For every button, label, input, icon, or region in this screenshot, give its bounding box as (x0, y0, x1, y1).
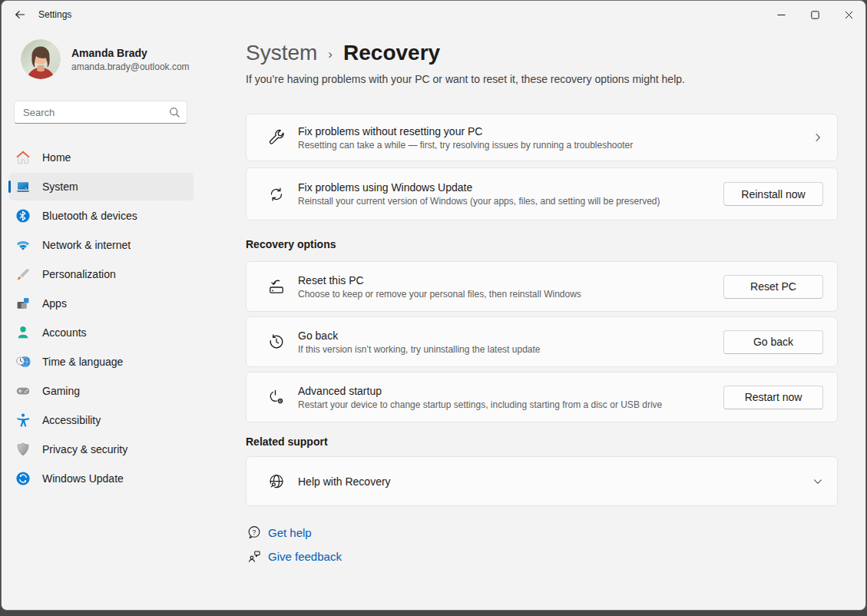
sidebar-item-label: Privacy & security (42, 443, 127, 455)
card-reset-pc: Reset this PC Choose to keep or remove y… (246, 261, 838, 312)
sidebar-item-label: Bluetooth & devices (42, 210, 137, 222)
avatar (21, 39, 61, 79)
sidebar-item-privacy-security[interactable]: Privacy & security (9, 436, 194, 463)
wrench-icon (267, 128, 286, 147)
user-info: Amanda Brady amanda.brady@outlook.com (71, 47, 190, 72)
breadcrumb-system[interactable]: System (246, 41, 317, 65)
give-feedback-link[interactable]: Give feedback (247, 549, 342, 563)
power-gear-icon (267, 388, 286, 406)
search-box[interactable] (14, 101, 187, 124)
sidebar-nav: Home System Bluetooth & devices Network … (2, 142, 201, 494)
card-title: Help with Recovery (298, 475, 800, 488)
reset-pc-icon (267, 277, 286, 296)
titlebar: Settings (2, 1, 865, 28)
maximize-button[interactable] (798, 1, 832, 28)
breadcrumb-separator-icon: › (328, 47, 333, 62)
sidebar-item-time-language[interactable]: Time & language (9, 348, 194, 376)
sidebar-item-accessibility[interactable]: Accessibility (9, 406, 194, 434)
sidebar-item-network-internet[interactable]: Network & internet (9, 231, 194, 259)
card-title: Advanced startup (298, 385, 711, 397)
card-help-with-recovery[interactable]: Help with Recovery (246, 456, 838, 506)
svg-text:?: ? (253, 528, 256, 536)
sidebar-item-bluetooth-devices[interactable]: Bluetooth & devices (9, 202, 194, 230)
globe-search-icon (267, 472, 286, 491)
go-back-button[interactable]: Go back (723, 330, 823, 354)
card-description: Choose to keep or remove your personal f… (298, 289, 711, 300)
user-name: Amanda Brady (71, 47, 190, 59)
gaming-icon (15, 383, 31, 399)
search-icon (168, 106, 180, 118)
sidebar-item-label: Windows Update (42, 472, 124, 485)
sidebar-item-label: System (42, 180, 78, 193)
card-fix-windows-update: Fix problems using Windows Update Reinst… (246, 167, 838, 220)
maximize-icon (811, 11, 819, 19)
get-help-link[interactable]: ? Get help (247, 525, 312, 539)
user-email: amanda.brady@outlook.com (71, 61, 190, 72)
accessibility-icon (15, 412, 31, 428)
sidebar-item-system[interactable]: System (9, 173, 194, 200)
time-language-icon (15, 354, 31, 369)
get-help-label: Get help (268, 526, 312, 539)
section-related-support: Related support (246, 436, 328, 448)
network-icon (15, 237, 31, 253)
sidebar-item-label: Gaming (42, 385, 80, 397)
sidebar-item-windows-update[interactable]: Windows Update (9, 465, 194, 492)
card-title: Fix problems without resetting your PC (298, 125, 800, 137)
history-icon (267, 333, 286, 351)
sidebar-item-label: Personalization (42, 268, 116, 280)
restart-now-button[interactable]: Restart now (723, 386, 823, 409)
sidebar-item-label: Apps (42, 297, 67, 310)
section-recovery-options: Recovery options (246, 238, 336, 250)
sidebar-item-label: Accessibility (42, 414, 101, 426)
card-description: If this version isn’t working, try unins… (298, 344, 711, 355)
card-fix-without-reset[interactable]: Fix problems without resetting your PC R… (246, 114, 838, 161)
page-subtitle: If you’re having problems with your PC o… (246, 73, 685, 85)
apps-icon (15, 296, 31, 311)
card-title: Reset this PC (298, 274, 711, 286)
feedback-person-icon (247, 549, 261, 563)
settings-window: Settings (1, 0, 866, 611)
user-profile[interactable]: Amanda Brady amanda.brady@outlook.com (21, 39, 190, 79)
sidebar-item-home[interactable]: Home (9, 144, 194, 171)
sidebar-item-label: Home (42, 151, 71, 164)
back-button[interactable] (8, 5, 32, 25)
home-icon (15, 150, 31, 165)
close-icon (845, 11, 853, 19)
sidebar-item-apps[interactable]: Apps (9, 290, 194, 317)
app-title: Settings (38, 9, 71, 20)
sidebar-item-accounts[interactable]: Accounts (9, 319, 194, 346)
privacy-icon (15, 442, 31, 457)
chevron-right-icon (812, 132, 823, 143)
card-go-back: Go back If this version isn’t working, t… (246, 316, 838, 367)
question-bubble-icon: ? (247, 525, 261, 539)
card-title: Fix problems using Windows Update (298, 181, 711, 194)
give-feedback-label: Give feedback (268, 550, 342, 563)
close-button[interactable] (832, 1, 865, 28)
system-icon (15, 179, 31, 194)
sidebar-item-personalization[interactable]: Personalization (9, 260, 194, 288)
personalization-icon (15, 267, 31, 282)
card-advanced-startup: Advanced startup Restart your device to … (246, 372, 838, 422)
page-title: Recovery (343, 41, 440, 65)
reset-pc-button[interactable]: Reset PC (723, 275, 823, 299)
sidebar-item-gaming[interactable]: Gaming (9, 377, 194, 405)
card-description: Restart your device to change startup se… (298, 399, 711, 410)
minimize-button[interactable] (764, 1, 798, 28)
card-title: Go back (298, 330, 711, 342)
bluetooth-icon (15, 208, 31, 224)
sidebar-item-label: Network & internet (42, 239, 131, 251)
sidebar: Amanda Brady amanda.brady@outlook.com Ho… (2, 28, 201, 610)
card-description: Resetting can take a while — first, try … (298, 140, 800, 151)
accounts-icon (15, 325, 31, 340)
sync-icon (267, 185, 286, 204)
reinstall-now-button[interactable]: Reinstall now (723, 182, 823, 206)
chevron-down-icon[interactable] (812, 476, 823, 487)
minimize-icon (777, 11, 786, 19)
window-controls (764, 1, 865, 28)
search-input[interactable] (23, 107, 168, 118)
windows-update-icon (15, 471, 31, 486)
sidebar-item-label: Time & language (42, 356, 123, 368)
back-arrow-icon (14, 8, 26, 21)
breadcrumb: System › Recovery (246, 41, 440, 65)
card-description: Reinstall your current version of Window… (298, 196, 711, 207)
